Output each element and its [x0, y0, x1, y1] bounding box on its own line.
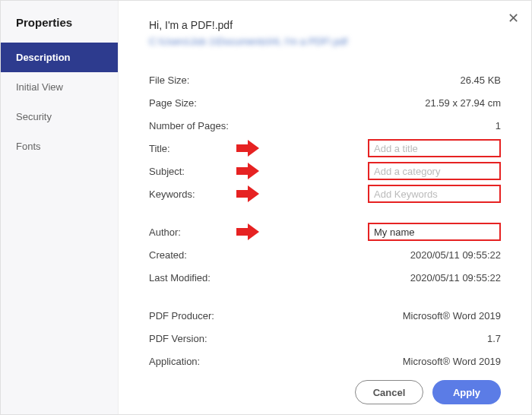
- label-created: Created:: [149, 249, 263, 261]
- row-file-size: File Size: 26.45 KB: [149, 68, 501, 91]
- value-version: 1.7: [263, 333, 501, 344]
- row-num-pages: Number of Pages: 1: [149, 114, 501, 137]
- highlight-arrow-icon: [236, 140, 259, 157]
- highlight-arrow-icon: [236, 223, 259, 240]
- value-created: 2020/05/11 09:55:22: [263, 249, 501, 261]
- label-version: PDF Version:: [149, 333, 263, 344]
- label-page-size: Page Size:: [149, 97, 263, 109]
- label-producer: PDF Producer:: [149, 310, 263, 322]
- sidebar-item-description[interactable]: Description: [1, 43, 118, 72]
- button-row: Cancel Apply: [149, 372, 501, 415]
- row-subject: Subject:: [149, 160, 501, 182]
- row-created: Created: 2020/05/11 09:55:22: [149, 243, 501, 266]
- value-num-pages: 1: [263, 120, 501, 131]
- sidebar-item-initial-view[interactable]: Initial View: [1, 72, 118, 102]
- sidebar: Properties Description Initial View Secu…: [1, 1, 119, 414]
- subject-input[interactable]: [368, 162, 501, 180]
- value-modified: 2020/05/11 09:55:22: [263, 272, 501, 284]
- row-version: PDF Version: 1.7: [149, 327, 501, 350]
- file-name: Hi, I'm a PDF!.pdf: [149, 19, 501, 31]
- row-page-size: Page Size: 21.59 x 27.94 cm: [149, 91, 501, 114]
- value-producer: Microsoft® Word 2019: [263, 310, 501, 322]
- label-num-pages: Number of Pages:: [149, 120, 263, 131]
- label-application: Application:: [149, 356, 263, 367]
- row-author: Author:: [149, 220, 501, 243]
- row-title: Title:: [149, 137, 501, 160]
- cancel-button[interactable]: Cancel: [355, 380, 423, 404]
- properties-dialog: Properties Description Initial View Secu…: [1, 1, 531, 414]
- main-panel: Hi, I'm a PDF!.pdf C:\Users\Job 1\Docume…: [119, 1, 531, 414]
- value-application: Microsoft® Word 2019: [263, 356, 501, 367]
- author-input[interactable]: [368, 223, 501, 241]
- row-application: Application: Microsoft® Word 2019: [149, 350, 501, 372]
- highlight-arrow-icon: [236, 163, 259, 179]
- row-keywords: Keywords:: [149, 182, 501, 205]
- value-file-size: 26.45 KB: [263, 74, 501, 86]
- file-path: C:\Users\Job 1\Documents\Hi, I'm a PDF!.…: [149, 36, 501, 47]
- sidebar-item-security[interactable]: Security: [1, 102, 118, 131]
- row-modified: Last Modified: 2020/05/11 09:55:22: [149, 266, 501, 289]
- panel-title: Properties: [1, 8, 118, 43]
- sidebar-item-fonts[interactable]: Fonts: [1, 131, 118, 161]
- value-page-size: 21.59 x 27.94 cm: [263, 97, 501, 109]
- label-file-size: File Size:: [149, 74, 263, 86]
- apply-button[interactable]: Apply: [432, 380, 501, 404]
- row-producer: PDF Producer: Microsoft® Word 2019: [149, 304, 501, 327]
- keywords-input[interactable]: [368, 185, 501, 203]
- label-modified: Last Modified:: [149, 272, 263, 284]
- title-input[interactable]: [368, 139, 501, 157]
- highlight-arrow-icon: [236, 185, 259, 202]
